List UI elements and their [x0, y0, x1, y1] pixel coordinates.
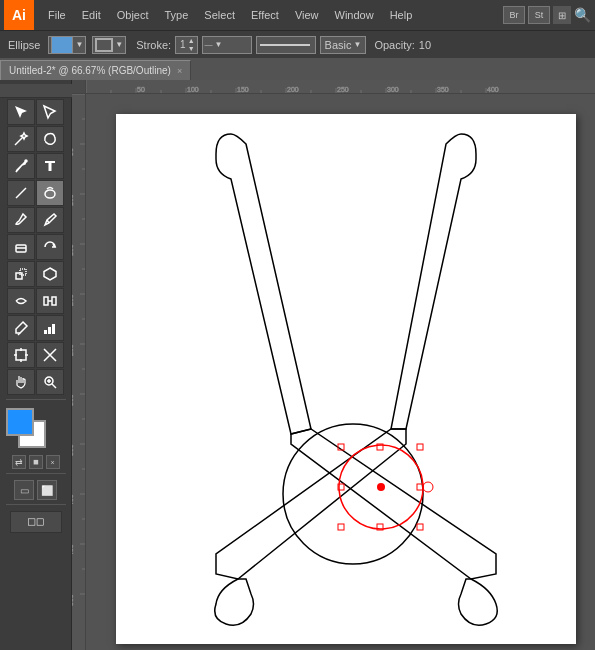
svg-rect-17 — [52, 324, 55, 334]
svg-text:300: 300 — [387, 86, 399, 93]
svg-text:500: 500 — [72, 594, 74, 606]
tools-divider-3 — [6, 504, 66, 505]
style-label: Basic — [325, 39, 352, 51]
menu-effect[interactable]: Effect — [243, 5, 287, 25]
zoom-tool[interactable] — [36, 369, 64, 395]
stroke-dropdown-arrow: ▼ — [115, 40, 123, 49]
pencil-tool[interactable] — [36, 207, 64, 233]
hand-tool[interactable] — [7, 369, 35, 395]
tool-row-2 — [7, 126, 64, 152]
stroke-width-control[interactable]: 1 ▲ ▼ — [175, 36, 198, 54]
normal-mode-button[interactable]: ▭ — [14, 480, 34, 500]
search-icon[interactable]: 🔍 — [574, 7, 591, 23]
color-area — [6, 408, 66, 452]
svg-point-85 — [283, 424, 423, 564]
rotate-tool[interactable] — [36, 234, 64, 260]
menu-view[interactable]: View — [287, 5, 327, 25]
svg-text:50: 50 — [137, 86, 145, 93]
tool-row-9 — [7, 315, 64, 341]
shaper-tool[interactable] — [36, 261, 64, 287]
stroke-color-dropdown[interactable]: ▼ — [92, 36, 126, 54]
direct-select-tool[interactable] — [36, 99, 64, 125]
eyedropper-tool[interactable] — [7, 315, 35, 341]
default-colors-button[interactable]: ◼ — [29, 455, 43, 469]
magic-wand-tool[interactable] — [7, 126, 35, 152]
swap-colors-button[interactable]: ⇄ — [12, 455, 26, 469]
menu-type[interactable]: Type — [157, 5, 197, 25]
stroke-stepper[interactable]: ▲ ▼ — [188, 37, 195, 53]
fill-color-dropdown[interactable]: ▼ — [48, 36, 86, 54]
stroke-label: Stroke: — [136, 39, 171, 51]
graph-tool[interactable] — [36, 315, 64, 341]
line-preview — [260, 44, 310, 46]
svg-text:150: 150 — [237, 86, 249, 93]
svg-point-96 — [423, 482, 433, 492]
menu-help[interactable]: Help — [382, 5, 421, 25]
style-arrow: ▼ — [354, 40, 362, 49]
tab-close-button[interactable]: × — [177, 66, 182, 76]
line-style-selector[interactable] — [256, 36, 316, 54]
tool-row-1 — [7, 99, 64, 125]
stroke-down-arrow[interactable]: ▼ — [188, 45, 195, 53]
slice-tool[interactable] — [36, 342, 64, 368]
select-tool[interactable] — [7, 99, 35, 125]
svg-rect-12 — [52, 297, 56, 305]
tool-row-11 — [7, 369, 64, 395]
svg-text:200: 200 — [72, 294, 74, 306]
stroke-type-value: — — [205, 40, 213, 49]
canvas-container: 50 100 150 200 250 300 350 400 — [72, 80, 595, 650]
menu-object[interactable]: Object — [109, 5, 157, 25]
tool-row-5 — [7, 207, 64, 233]
svg-point-95 — [377, 483, 385, 491]
eraser-tool[interactable] — [7, 234, 35, 260]
lasso-tool[interactable] — [36, 126, 64, 152]
svg-line-24 — [52, 384, 56, 388]
tabbar: Untitled-2* @ 66.67% (RGB/Outline) × — [0, 58, 595, 80]
type-tool[interactable] — [36, 153, 64, 179]
foreground-color-swatch[interactable] — [6, 408, 34, 436]
svg-rect-11 — [44, 297, 48, 305]
warp-tool[interactable] — [7, 288, 35, 314]
svg-rect-9 — [16, 273, 22, 279]
color-mode-row: ⇄ ◼ × — [12, 455, 60, 469]
style-dropdown[interactable]: Basic ▼ — [320, 36, 367, 54]
scissors-illustration — [116, 114, 576, 644]
svg-rect-10 — [20, 269, 26, 275]
bridge-badge[interactable]: Br — [503, 6, 525, 24]
tool-row-7 — [7, 261, 64, 287]
document-tab[interactable]: Untitled-2* @ 66.67% (RGB/Outline) × — [0, 60, 191, 80]
canvas-with-ruler: 50 100 150 200 250 300 350 400 450 500 — [72, 94, 595, 650]
menu-window[interactable]: Window — [327, 5, 382, 25]
scale-tool[interactable] — [7, 261, 35, 287]
menu-file[interactable]: File — [40, 5, 74, 25]
ellipse-tool[interactable] — [36, 180, 64, 206]
tab-title: Untitled-2* @ 66.67% (RGB/Outline) — [9, 65, 171, 76]
tools-panel: ⇄ ◼ × ▭ ⬜ — [0, 80, 72, 650]
stroke-type-dropdown[interactable]: — ▼ — [202, 36, 252, 54]
app-logo-text: Ai — [12, 7, 26, 23]
stock-badge[interactable]: St — [528, 6, 550, 24]
pen-tool[interactable] — [7, 153, 35, 179]
image-trace-button[interactable] — [10, 511, 62, 533]
stroke-up-arrow[interactable]: ▲ — [188, 37, 195, 45]
tools-divider-2 — [6, 473, 66, 474]
svg-text:100: 100 — [187, 86, 199, 93]
canvas-scroll[interactable] — [86, 94, 595, 650]
svg-text:350: 350 — [437, 86, 449, 93]
opacity-label: Opacity: — [374, 39, 414, 51]
artboard-tool[interactable] — [7, 342, 35, 368]
full-screen-mode-button[interactable]: ⬜ — [37, 480, 57, 500]
blend-tool[interactable] — [36, 288, 64, 314]
line-tool[interactable] — [7, 180, 35, 206]
svg-rect-92 — [338, 524, 344, 530]
none-color-button[interactable]: × — [46, 455, 60, 469]
menubar-items: File Edit Object Type Select Effect View… — [40, 5, 503, 25]
menu-select[interactable]: Select — [196, 5, 243, 25]
paintbrush-tool[interactable] — [7, 207, 35, 233]
menubar: Ai File Edit Object Type Select Effect V… — [0, 0, 595, 30]
menu-edit[interactable]: Edit — [74, 5, 109, 25]
workspace-icon[interactable]: ⊞ — [553, 6, 571, 24]
svg-point-5 — [45, 190, 55, 198]
opacity-value: 10 — [419, 39, 431, 51]
control-toolbar: Ellipse ▼ ▼ Stroke: 1 ▲ ▼ — ▼ Basic ▼ Op… — [0, 30, 595, 58]
